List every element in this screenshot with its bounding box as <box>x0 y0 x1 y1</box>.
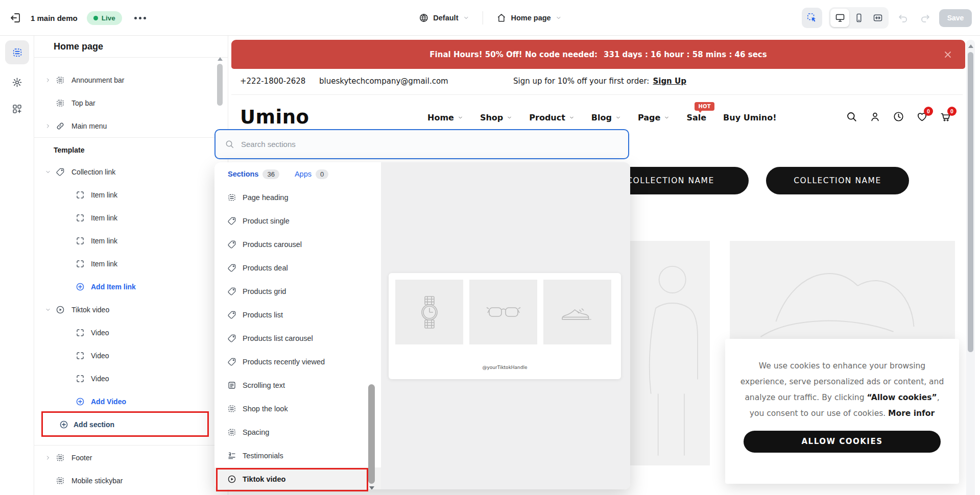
announcement-banner: Final Hours! 50% Off! No code needed: 33… <box>231 40 965 69</box>
nav-item-sale[interactable]: SaleHOT <box>686 113 706 122</box>
nav-item-page[interactable]: Page <box>638 113 670 122</box>
fullscreen-preview-button[interactable] <box>868 9 887 27</box>
popup-section-products-list[interactable]: Products list <box>214 303 381 327</box>
store-search-button[interactable] <box>846 111 857 125</box>
tag-icon <box>56 167 65 177</box>
cart-count-badge: 0 <box>947 107 957 116</box>
scroll-down-arrow-icon[interactable] <box>369 486 374 489</box>
sidebar-item-collection-link[interactable]: Collection link <box>34 160 228 183</box>
sidebar-item-label: Video <box>91 352 109 360</box>
exit-editor-icon[interactable] <box>9 12 21 24</box>
scroll-up-arrow-icon[interactable] <box>218 57 223 61</box>
chevron-right-icon <box>45 77 51 83</box>
popup-section-products-grid[interactable]: Products grid <box>214 280 381 303</box>
nav-item-product[interactable]: Product <box>529 113 575 122</box>
home-icon <box>496 13 506 23</box>
mobile-preview-button[interactable] <box>849 9 868 27</box>
popup-section-products-list-carousel[interactable]: Products list carousel <box>214 327 381 350</box>
nav-item-shop[interactable]: Shop <box>480 113 512 122</box>
cookie-text: you consent to our use of cookies. More … <box>725 406 959 422</box>
store-email[interactable]: blueskytechcompany@gmail.com <box>319 77 448 86</box>
store-header-icons: 0 0 <box>846 95 951 140</box>
sidebar-item-footer[interactable]: Footer <box>34 446 228 469</box>
collection-name-button[interactable]: COLLECTION NAME <box>766 167 909 194</box>
popup-section-spacing[interactable]: Spacing <box>214 420 381 444</box>
popup-section-tiktok-video[interactable]: Tiktok video <box>214 467 381 489</box>
nav-item-buy-umino[interactable]: Buy Umino! <box>723 113 776 122</box>
store-logo[interactable]: Umino <box>240 106 309 128</box>
popup-section-testimonials[interactable]: Testimonials <box>214 444 381 467</box>
redo-button[interactable] <box>917 10 933 26</box>
sidebar-item-item-link[interactable]: Item link <box>34 252 228 275</box>
sidebar-item-label: Footer <box>71 454 92 462</box>
sidebar-item-tiktok-video[interactable]: Tiktok video <box>34 298 228 321</box>
block-brackets-icon <box>76 213 85 222</box>
popup-section-shop-the-look[interactable]: Shop the look <box>214 397 381 420</box>
scrollbar-thumb[interactable] <box>217 64 223 106</box>
sidebar-scrollbar[interactable] <box>217 57 223 106</box>
scrollbar-thumb[interactable] <box>968 52 973 352</box>
sidebar-item-mobile-stickybar[interactable]: Mobile stickybar <box>34 469 228 492</box>
wishlist-button[interactable]: 0 <box>916 111 928 125</box>
section-search-box[interactable] <box>214 129 629 159</box>
sidebar-item-video[interactable]: Video <box>34 367 228 390</box>
sidebar-item-item-link[interactable]: Item link <box>34 229 228 252</box>
add-section-button[interactable]: Add section <box>34 413 228 436</box>
signup-link[interactable]: Sign Up <box>653 77 686 86</box>
popup-list-scrollbar[interactable] <box>368 384 375 489</box>
undo-button[interactable] <box>895 10 911 26</box>
popup-section-products-recently-viewed[interactable]: Products recently viewed <box>214 350 381 374</box>
search-sections-input[interactable] <box>241 140 568 148</box>
collection-image-placeholder[interactable] <box>627 241 710 465</box>
sidebar-item-video[interactable]: Video <box>34 344 228 367</box>
popup-body: Sections 36 Apps 0 Page heading Product … <box>214 162 630 489</box>
apps-icon <box>12 104 22 114</box>
add-item-link-button[interactable]: Add Item link <box>34 275 228 298</box>
sidebar-item-announcement-bar[interactable]: Announment bar <box>34 68 228 91</box>
account-button[interactable] <box>869 111 881 125</box>
popup-section-page-heading[interactable]: Page heading <box>214 186 381 209</box>
recently-viewed-button[interactable] <box>893 111 904 125</box>
sidebar-item-main-menu[interactable]: Main menu <box>34 114 228 137</box>
sidebar-item-label: Item link <box>91 260 117 268</box>
plus-circle-icon <box>76 282 85 291</box>
app-embeds-button[interactable] <box>5 97 29 121</box>
store-phone[interactable]: +222-1800-2628 <box>240 77 305 86</box>
more-options-button[interactable] <box>131 14 149 22</box>
page-selector[interactable]: Home page <box>496 13 561 23</box>
close-icon[interactable] <box>943 50 953 60</box>
search-icon <box>846 111 857 122</box>
preview-product-tile <box>543 280 611 344</box>
sidebar-item-label: Collection link <box>71 168 115 176</box>
scroll-up-arrow-icon[interactable] <box>968 44 973 48</box>
section-icon <box>56 453 65 462</box>
cart-button[interactable]: 0 <box>940 111 951 125</box>
preview-product-tile <box>469 280 537 344</box>
sidebar-item-video[interactable]: Video <box>34 321 228 344</box>
popup-section-products-carousel[interactable]: Products carousel <box>214 233 381 256</box>
desktop-preview-button[interactable] <box>830 9 849 27</box>
more-info-link[interactable]: More infor <box>888 409 935 418</box>
save-button[interactable]: Save <box>939 9 972 27</box>
sidebar-item-top-bar[interactable]: Top bar <box>34 91 228 114</box>
popup-section-product-single[interactable]: Product single <box>214 209 381 233</box>
theme-settings-button[interactable] <box>5 70 29 94</box>
sections-panel-button[interactable] <box>5 40 29 64</box>
inspector-mode-button[interactable] <box>802 8 822 28</box>
sidebar-item-item-link[interactable]: Item link <box>34 183 228 206</box>
tab-sections[interactable]: Sections 36 <box>228 169 279 179</box>
add-video-button[interactable]: Add Video <box>34 390 228 413</box>
popup-section-products-deal[interactable]: Products deal <box>214 256 381 280</box>
sidebar-item-item-link[interactable]: Item link <box>34 206 228 229</box>
add-section-label: Add section <box>74 420 114 429</box>
editor-icon-rail <box>0 36 34 495</box>
popup-section-scrolling-text[interactable]: Scrolling text <box>214 374 381 397</box>
scrollbar-thumb[interactable] <box>368 384 375 484</box>
nav-item-blog[interactable]: Blog <box>591 113 621 122</box>
preview-scrollbar[interactable] <box>966 40 975 495</box>
nav-item-home[interactable]: Home <box>427 113 463 122</box>
allow-cookies-button[interactable]: ALLOW COOKIES <box>744 431 941 453</box>
language-selector[interactable]: Default <box>418 13 469 23</box>
cookie-text: experience, serve personalized ads or co… <box>725 374 959 390</box>
tab-apps[interactable]: Apps 0 <box>295 169 328 179</box>
